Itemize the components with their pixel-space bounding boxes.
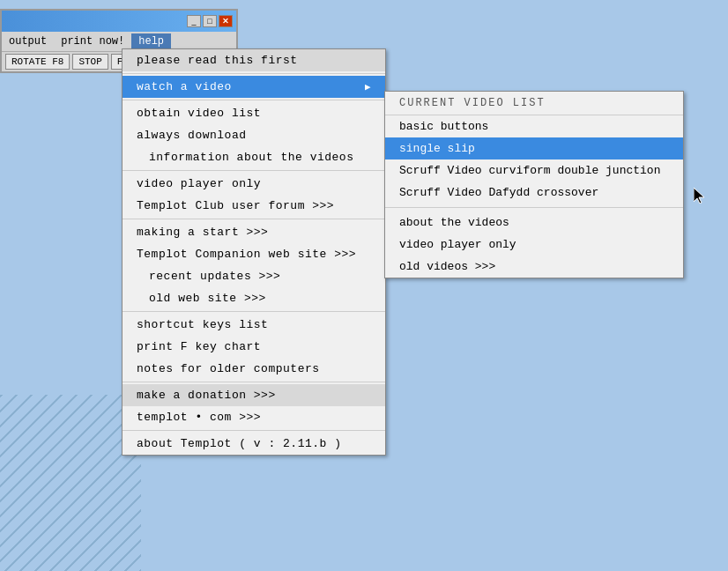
menu-always-download[interactable]: always download (123, 124, 385, 146)
menu-watch-video[interactable]: watch a video ▶ (123, 76, 385, 98)
watch-video-label: watch a video (137, 80, 232, 93)
submenu-header: CURRENT VIDEO LIST (385, 92, 683, 115)
menu-about-templot[interactable]: about Templot ( v : 2.11.b ) (123, 433, 385, 455)
menu-output[interactable]: output (2, 33, 54, 49)
submenu-scruff-curviform[interactable]: Scruff Video curviform double junction (385, 159, 683, 182)
menu-recent-updates[interactable]: recent updates >>> (123, 265, 385, 287)
mouse-cursor (694, 188, 706, 204)
separator-7 (123, 430, 385, 431)
submenu-scruff-dafydd[interactable]: Scruff Video Dafydd crossover (385, 182, 683, 204)
separator-4 (123, 219, 385, 219)
menu-old-web-site[interactable]: old web site >>> (123, 287, 385, 309)
menu-notes-older[interactable]: notes for older computers (123, 358, 385, 380)
menu-templot-companion[interactable]: Templot Companion web site >>> (123, 243, 385, 265)
maximize-button[interactable]: □ (203, 15, 217, 27)
background-tracks (0, 395, 141, 571)
video-submenu: CURRENT VIDEO LIST basic buttons single … (384, 91, 684, 278)
menu-shortcut-keys[interactable]: shortcut keys list (123, 314, 385, 336)
sub-separator-1 (385, 207, 683, 208)
menu-info-videos[interactable]: information about the videos (123, 146, 385, 168)
submenu-about-videos[interactable]: about the videos (385, 211, 683, 234)
submenu-arrow: ▶ (365, 81, 371, 93)
menu-print-key-chart[interactable]: print F key chart (123, 336, 385, 358)
menu-templot-com[interactable]: templot • com >>> (123, 406, 385, 428)
menu-obtain-video[interactable]: obtain video list (123, 102, 385, 124)
stop-button[interactable]: STOP (72, 54, 108, 70)
menu-help[interactable]: help (131, 33, 171, 49)
menu-video-player[interactable]: video player only (123, 173, 385, 195)
separator-6 (123, 382, 385, 382)
minimize-button[interactable]: _ (187, 15, 201, 27)
menu-templot-club[interactable]: Templot Club user forum >>> (123, 195, 385, 217)
separator-3 (123, 170, 385, 171)
separator-5 (123, 311, 385, 312)
main-dropdown-menu: please read this first watch a video ▶ o… (122, 48, 386, 456)
menu-make-donation[interactable]: make a donation >>> (123, 384, 385, 406)
titlebar: _ □ ✕ (2, 11, 236, 32)
rotate-button[interactable]: ROTATE F8 (5, 54, 70, 70)
menu-please-read[interactable]: please read this first (123, 49, 385, 71)
svg-marker-0 (694, 188, 704, 204)
separator-2 (123, 100, 385, 100)
submenu-video-player[interactable]: video player only (385, 234, 683, 256)
submenu-single-slip[interactable]: single slip (385, 137, 683, 159)
submenu-basic-buttons[interactable]: basic buttons (385, 115, 683, 137)
submenu-old-videos[interactable]: old videos >>> (385, 256, 683, 278)
menu-print-now[interactable]: print now! (54, 33, 131, 49)
separator-1 (123, 73, 385, 74)
menu-making-start[interactable]: making a start >>> (123, 221, 385, 243)
close-button[interactable]: ✕ (219, 15, 233, 27)
